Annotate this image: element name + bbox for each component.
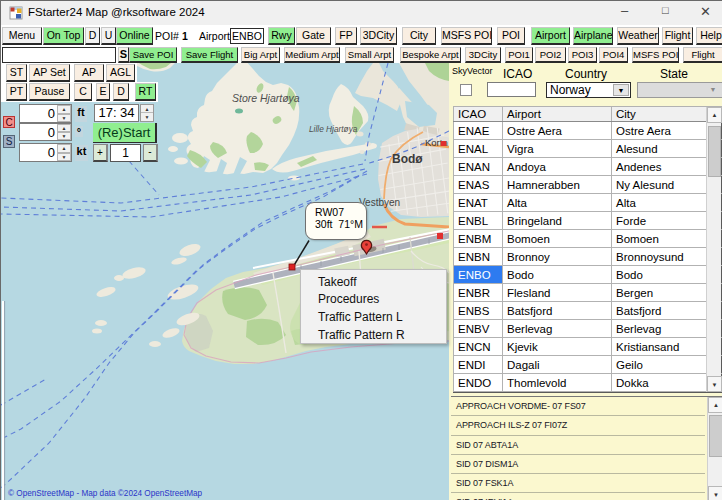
svg-text:Bodø: Bodø (392, 152, 423, 166)
svg-text:© OpenStreetMap - Map data ©20: © OpenStreetMap - Map data ©2024 OpenStr… (8, 489, 203, 498)
svg-text:Lille Hjartøya: Lille Hjartøya (309, 124, 358, 134)
svg-text:Store Hjartøya: Store Hjartøya (232, 92, 300, 104)
